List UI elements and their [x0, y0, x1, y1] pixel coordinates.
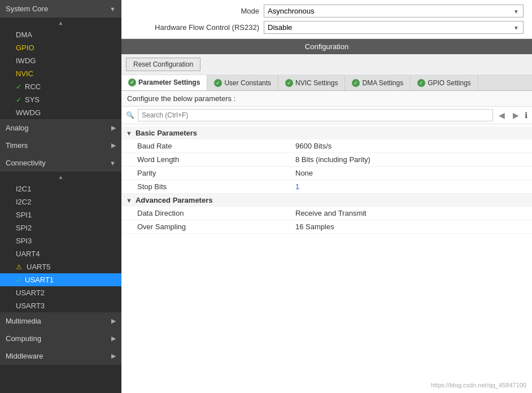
sidebar-item-usart1[interactable]: USART1: [0, 273, 121, 286]
tab-check-icon: ✓: [128, 78, 136, 86]
chevron-down-icon: ▼: [110, 160, 116, 167]
param-tree: ▼ Basic Parameters Baud Rate 9600 Bits/s…: [121, 124, 532, 236]
param-row-word-length: Word Length 8 Bits (including Parity): [121, 153, 532, 167]
tab-check-icon-5: ✓: [417, 79, 425, 87]
chevron-down-icon: ▼: [110, 6, 116, 12]
tab-check-icon-4: ✓: [352, 79, 360, 87]
scroll-up-arrow[interactable]: ▲: [0, 18, 121, 28]
advanced-parameters-label: Advanced Parameters: [136, 196, 213, 204]
tab-check-icon-3: ✓: [285, 79, 293, 87]
param-value-stop-bits: 1: [295, 182, 527, 191]
chevron-right-icon: ▶: [111, 124, 116, 132]
param-row-parity: Parity None: [121, 167, 532, 180]
sidebar-item-dma[interactable]: DMA: [0, 28, 121, 41]
sidebar-item-rcc[interactable]: RCC: [0, 80, 121, 93]
tabs-row: ✓ Parameter Settings ✓ User Constants ✓ …: [121, 75, 532, 91]
sidebar-section-timers[interactable]: Timers ▶: [0, 137, 121, 154]
info-button[interactable]: ℹ: [525, 111, 527, 120]
basic-parameters-label: Basic Parameters: [136, 129, 197, 137]
prev-result-arrow[interactable]: ◀: [496, 110, 507, 121]
mode-select[interactable]: Asynchronous Synchronous Single Wire IrD…: [264, 5, 524, 18]
tab-user-constants[interactable]: ✓ User Constants: [207, 75, 278, 90]
param-row-baud-rate: Baud Rate 9600 Bits/s: [121, 139, 532, 153]
mode-row: Mode Asynchronous Synchronous Single Wir…: [128, 5, 525, 18]
main-content: Mode Asynchronous Synchronous Single Wir…: [121, 0, 532, 393]
sidebar-item-usart3[interactable]: USART3: [0, 299, 121, 312]
sidebar-item-spi2[interactable]: SPI2: [0, 221, 121, 234]
system-core-items: DMA GPIO IWDG NVIC RCC SYS WWDG: [0, 28, 121, 119]
param-name-data-direction: Data Direction: [137, 209, 295, 217]
sidebar-section-analog[interactable]: Analog ▶: [0, 119, 121, 137]
chevron-right-icon: ▶: [111, 352, 116, 360]
watermark: https://blog.csdn.net/qq_45847100: [431, 382, 526, 388]
flow-control-select-wrapper: Disable CTS Only RTS Only CTS/RTS: [264, 21, 524, 34]
param-row-data-direction: Data Direction Receive and Transmit: [121, 207, 532, 220]
sidebar-item-uart5[interactable]: UART5: [0, 260, 121, 273]
param-row-stop-bits: Stop Bits 1: [121, 180, 532, 194]
collapse-icon: ▼: [126, 130, 132, 137]
sidebar-section-middleware[interactable]: Middleware ▶: [0, 347, 121, 365]
param-name-word-length: Word Length: [137, 155, 295, 164]
sidebar-item-uart4[interactable]: UART4: [0, 247, 121, 260]
param-value-parity: None: [295, 169, 527, 177]
search-icon: 🔍: [126, 111, 134, 119]
sidebar-item-nvic[interactable]: NVIC: [0, 67, 121, 80]
param-row-over-sampling: Over Sampling 16 Samples: [121, 220, 532, 234]
sidebar-item-wwdg[interactable]: WWDG: [0, 106, 121, 119]
param-value-word-length: 8 Bits (including Parity): [295, 155, 527, 164]
sidebar-section-multimedia[interactable]: Multimedia ▶: [0, 312, 121, 330]
param-value-baud-rate: 9600 Bits/s: [295, 142, 527, 150]
mode-section: Mode Asynchronous Synchronous Single Wir…: [121, 0, 532, 39]
chevron-right-icon: ▶: [111, 335, 116, 342]
sidebar-section-computing[interactable]: Computing ▶: [0, 330, 121, 347]
search-input[interactable]: [138, 109, 493, 121]
param-name-stop-bits: Stop Bits: [137, 182, 295, 191]
flow-control-select[interactable]: Disable CTS Only RTS Only CTS/RTS: [264, 21, 524, 34]
chevron-right-icon: ▶: [111, 317, 116, 325]
flow-control-label: Hardware Flow Control (RS232): [128, 23, 264, 32]
connectivity-items: I2C1 I2C2 SPI1 SPI2 SPI3 UART4 UART5 USA…: [0, 182, 121, 312]
config-toolbar: Reset Configuration: [121, 54, 532, 75]
configuration-header: Configuration: [121, 39, 532, 54]
sidebar-item-usart2[interactable]: USART2: [0, 286, 121, 299]
mode-label: Mode: [128, 7, 264, 15]
chevron-right-icon: ▶: [111, 142, 116, 149]
advanced-parameters-section[interactable]: ▼ Advanced Parameters: [121, 194, 532, 207]
next-result-arrow[interactable]: ▶: [511, 110, 521, 121]
sidebar-item-i2c1[interactable]: I2C1: [0, 182, 121, 195]
scroll-up-arrow-connectivity[interactable]: ▲: [0, 172, 121, 182]
reset-configuration-button[interactable]: Reset Configuration: [126, 58, 200, 71]
sidebar-item-gpio[interactable]: GPIO: [0, 41, 121, 54]
sidebar-section-system-core[interactable]: System Core ▼: [0, 0, 121, 18]
search-row: 🔍 ◀ ▶ ℹ: [121, 107, 532, 124]
parameters-area: Configure the below parameters : 🔍 ◀ ▶ ℹ…: [121, 91, 532, 393]
sidebar: System Core ▼ ▲ DMA GPIO IWDG NVIC RCC S…: [0, 0, 121, 393]
flow-control-row: Hardware Flow Control (RS232) Disable CT…: [128, 21, 525, 34]
param-name-over-sampling: Over Sampling: [137, 222, 295, 231]
basic-parameters-section[interactable]: ▼ Basic Parameters: [121, 126, 532, 139]
param-name-baud-rate: Baud Rate: [137, 142, 295, 150]
tab-dma-settings[interactable]: ✓ DMA Settings: [345, 75, 411, 90]
sidebar-item-spi1[interactable]: SPI1: [0, 208, 121, 221]
sidebar-item-spi3[interactable]: SPI3: [0, 234, 121, 247]
tab-parameter-settings[interactable]: ✓ Parameter Settings: [121, 75, 207, 90]
configure-instructions: Configure the below parameters :: [121, 91, 532, 107]
tab-gpio-settings[interactable]: ✓ GPIO Settings: [411, 75, 478, 90]
sidebar-item-sys[interactable]: SYS: [0, 93, 121, 106]
tab-check-icon-2: ✓: [214, 79, 222, 87]
param-name-parity: Parity: [137, 169, 295, 177]
mode-select-wrapper: Asynchronous Synchronous Single Wire IrD…: [264, 5, 524, 18]
sidebar-item-iwdg[interactable]: IWDG: [0, 54, 121, 67]
tab-nvic-settings[interactable]: ✓ NVIC Settings: [278, 75, 345, 90]
collapse-icon-advanced: ▼: [126, 197, 132, 204]
sidebar-section-connectivity[interactable]: Connectivity ▼: [0, 154, 121, 172]
sidebar-item-i2c2[interactable]: I2C2: [0, 195, 121, 208]
param-value-over-sampling: 16 Samples: [295, 222, 527, 231]
param-value-data-direction: Receive and Transmit: [295, 209, 527, 217]
